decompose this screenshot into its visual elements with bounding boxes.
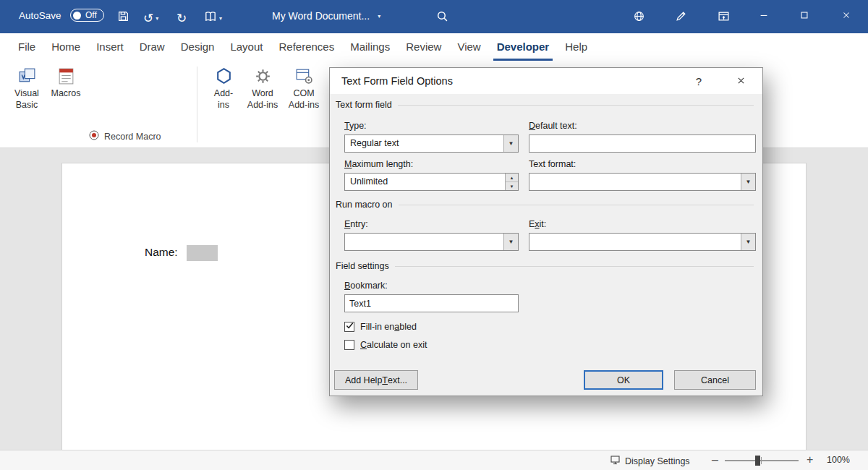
book-icon: [204, 10, 217, 26]
ribbon-separator: [197, 67, 197, 142]
undo-icon: ↺: [143, 11, 153, 26]
chevron-down-icon[interactable]: ▼: [503, 234, 518, 250]
exit-label: Exit:: [529, 219, 546, 229]
spinner-buttons: ▲ ▼: [505, 174, 518, 190]
visual-basic-button[interactable]: Visual Basic: [7, 64, 47, 111]
document-name-label: Name:: [145, 246, 178, 259]
zoom-slider-handle[interactable]: [755, 456, 760, 466]
text-form-field[interactable]: [187, 245, 218, 261]
document-title[interactable]: My Word Document... ▾: [272, 10, 380, 22]
tab-insert[interactable]: Insert: [88, 33, 132, 61]
dialog-help-button[interactable]: ?: [683, 68, 715, 94]
zoom-level[interactable]: 100%: [827, 455, 850, 465]
globe-button[interactable]: [633, 10, 645, 25]
tab-layout[interactable]: Layout: [222, 33, 271, 61]
text-form-field-options-dialog: Text Form Field Options ? Text form fiel…: [329, 67, 763, 396]
text-format-combobox[interactable]: ▼: [529, 173, 756, 191]
pen-icon: [675, 10, 687, 25]
tab-view[interactable]: View: [449, 33, 488, 61]
spin-down-icon[interactable]: ▼: [506, 182, 518, 190]
chevron-down-icon[interactable]: ▼: [741, 174, 755, 190]
default-text-input[interactable]: [529, 134, 756, 153]
autosave-state-label: Off: [85, 10, 97, 20]
draw-pen-button[interactable]: [675, 10, 687, 25]
tab-home[interactable]: Home: [43, 33, 88, 61]
zoom-slider-tick: [761, 457, 762, 464]
zoom-in-button[interactable]: +: [807, 453, 813, 466]
word-add-ins-button[interactable]: Word Add-ins: [242, 64, 283, 111]
record-macro-icon: [88, 129, 100, 143]
add-ins-button[interactable]: Add- ins: [203, 64, 244, 111]
toolbar-options-chevron-icon[interactable]: ▾: [219, 15, 222, 22]
zoom-out-button[interactable]: –: [712, 453, 718, 466]
save-button[interactable]: [117, 10, 129, 25]
group-run-macro-on: Run macro on: [336, 200, 754, 210]
type-label: Type:: [344, 121, 367, 131]
redo-icon: ↻: [176, 11, 187, 26]
reading-mode-button[interactable]: ▾: [204, 10, 222, 26]
tab-references[interactable]: References: [271, 33, 342, 61]
entry-label: Entry:: [344, 219, 368, 229]
maximum-length-spinner[interactable]: Unlimited ▲ ▼: [344, 173, 519, 191]
chevron-down-icon[interactable]: ▼: [741, 234, 755, 250]
maximize-icon: [799, 10, 809, 23]
close-icon: [841, 10, 851, 23]
group-field-settings: Field settings: [336, 261, 754, 271]
checkbox-box[interactable]: [344, 322, 354, 332]
tab-mailings[interactable]: Mailings: [342, 33, 398, 61]
group-text-form-field: Text form field: [336, 100, 754, 110]
close-icon: [736, 75, 746, 87]
tab-help[interactable]: Help: [557, 33, 595, 61]
globe-icon: [633, 10, 645, 25]
close-button[interactable]: [830, 0, 862, 33]
tab-draw[interactable]: Draw: [132, 33, 173, 61]
status-bar: Display Settings – + 100%: [0, 450, 868, 470]
dialog-close-button[interactable]: [725, 68, 757, 94]
title-bar: AutoSave Off ↺▾ ↻ ▾ My Word Document... …: [0, 0, 868, 33]
maximize-button[interactable]: [788, 0, 820, 33]
dialog-title: Text Form Field Options: [341, 75, 453, 87]
search-button[interactable]: [436, 10, 448, 25]
bookmark-input[interactable]: [344, 294, 519, 312]
chevron-down-icon[interactable]: ▼: [503, 135, 518, 152]
toggle-dot-icon: [73, 12, 81, 20]
display-settings-button[interactable]: Display Settings: [610, 454, 690, 468]
calculate-on-exit-checkbox[interactable]: Calculate on exit: [344, 340, 427, 350]
tab-developer[interactable]: Developer: [489, 33, 558, 61]
exit-macro-combobox[interactable]: ▼: [529, 233, 756, 251]
com-add-ins-icon: [294, 64, 314, 87]
text-format-label: Text format:: [529, 159, 576, 169]
fill-in-enabled-checkbox[interactable]: Fill-in enabled: [344, 322, 417, 332]
type-combobox[interactable]: Regular text ▼: [344, 134, 519, 153]
add-help-text-button[interactable]: Add Help Text...: [334, 370, 418, 390]
tab-design[interactable]: Design: [173, 33, 223, 61]
add-ins-icon: [214, 64, 234, 87]
visual-basic-icon: [17, 64, 37, 87]
entry-macro-combobox[interactable]: ▼: [344, 233, 519, 251]
macros-icon: [56, 64, 76, 87]
undo-button[interactable]: ↺▾: [143, 11, 158, 26]
tab-file[interactable]: File: [10, 33, 43, 61]
default-text-label: Default text:: [529, 121, 577, 131]
title-chevron-icon: ▾: [378, 13, 380, 20]
redo-button[interactable]: ↻: [176, 11, 187, 26]
undo-chevron-icon[interactable]: ▾: [156, 15, 158, 22]
word-add-ins-icon: [253, 64, 273, 87]
com-add-ins-button[interactable]: COM Add-ins: [284, 64, 324, 111]
word-application-window: AutoSave Off ↺▾ ↻ ▾ My Word Document... …: [0, 0, 868, 470]
autosave-label: AutoSave: [19, 10, 61, 21]
ribbon-tabs: File Home Insert Draw Design Layout Refe…: [10, 33, 595, 61]
cancel-button[interactable]: Cancel: [674, 370, 756, 390]
spin-up-icon[interactable]: ▲: [506, 174, 518, 182]
autosave-toggle[interactable]: Off: [70, 9, 104, 22]
macros-button[interactable]: Macros: [46, 64, 86, 99]
tab-review[interactable]: Review: [398, 33, 449, 61]
ribbon-display-options-button[interactable]: [718, 10, 730, 25]
maximum-length-label: Maximum length:: [344, 159, 413, 169]
minimize-button[interactable]: [748, 0, 780, 33]
ok-button[interactable]: OK: [584, 370, 663, 390]
record-macro-button[interactable]: Record Macro: [88, 127, 161, 145]
checkbox-box[interactable]: [344, 340, 354, 350]
zoom-slider-track[interactable]: [725, 460, 799, 461]
ribbon-display-options-icon: [718, 10, 730, 25]
